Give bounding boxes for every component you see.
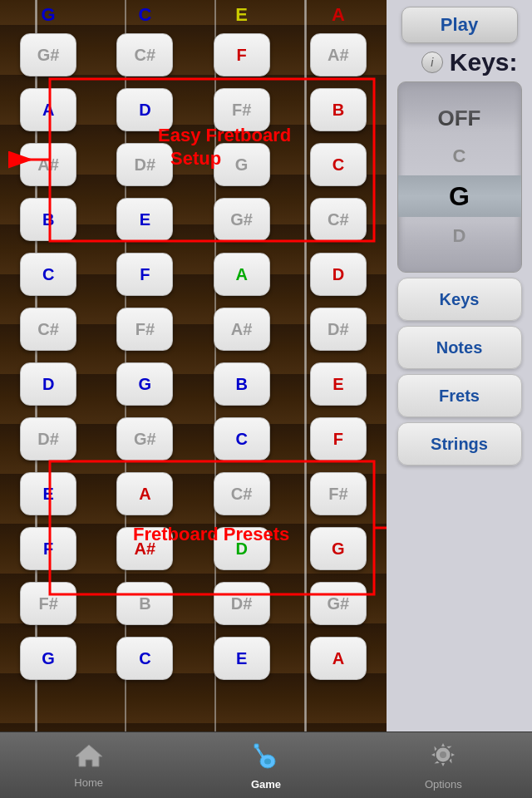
note-btn[interactable]: A# (310, 33, 367, 76)
note-btn[interactable]: F# (214, 88, 270, 131)
note-btn[interactable]: A (214, 253, 270, 296)
keys-label-row: i Keys: (401, 48, 518, 76)
svg-marker-9 (76, 745, 102, 766)
note-btn[interactable]: D# (310, 308, 367, 351)
fret-row-2: A# D# G C (0, 143, 387, 186)
note-btn[interactable]: A (20, 88, 76, 131)
note-btn[interactable]: G# (20, 33, 76, 76)
frets-panel-button[interactable]: Frets (397, 374, 522, 417)
fret-row-9: F A# D G (0, 527, 387, 570)
keys-picker[interactable]: OFF C G D (397, 81, 522, 273)
svg-rect-13 (254, 744, 259, 748)
note-btn[interactable]: G# (116, 417, 173, 461)
tab-bar: Home Game (0, 732, 532, 798)
tab-game[interactable]: Game (216, 740, 316, 791)
tab-game-label: Game (251, 778, 281, 791)
info-badge[interactable]: i (421, 52, 443, 73)
note-btn[interactable]: B (20, 198, 76, 241)
fret-row-5: C# F# A# D# (0, 308, 387, 351)
note-btn[interactable]: G (214, 143, 270, 186)
tab-home[interactable]: Home (39, 741, 139, 789)
picker-item-g[interactable]: G (398, 175, 521, 217)
note-btn[interactable]: B (310, 88, 367, 131)
fret-row-3: B E G# C# (0, 198, 387, 241)
note-btn[interactable]: E (20, 472, 76, 515)
picker-overlay-bottom (398, 222, 521, 272)
note-btn[interactable]: C (20, 253, 76, 296)
fret-row-0: G# C# F A# (0, 33, 387, 76)
open-strings: G C E A (0, 4, 387, 26)
note-btn[interactable]: B (116, 582, 173, 625)
note-btn[interactable]: F# (116, 308, 173, 351)
picker-overlay-top (398, 82, 521, 132)
note-btn[interactable]: C (310, 143, 367, 186)
note-btn[interactable]: D (116, 88, 173, 131)
open-string-e: E (214, 4, 270, 26)
fret-row-6: D G B E (0, 362, 387, 406)
note-btn[interactable]: D (214, 527, 270, 570)
note-btn[interactable]: D# (20, 417, 76, 461)
strings-panel-button[interactable]: Strings (397, 422, 522, 466)
keys-title: Keys: (450, 48, 518, 76)
note-btn[interactable]: D (20, 362, 76, 406)
note-btn[interactable]: G (20, 637, 76, 680)
gear-icon (428, 740, 458, 776)
note-btn[interactable]: F (310, 417, 367, 461)
fret-row-7: D# G# C F (0, 417, 387, 461)
note-btn[interactable]: G (310, 527, 367, 570)
note-btn[interactable]: A# (214, 308, 270, 351)
fret-row-1: A D F# B (0, 88, 387, 131)
open-string-g: G (20, 4, 76, 26)
info-icon: i (431, 56, 433, 69)
fretboard: G C E A G# C# F A# A D F# B A# D# G C B … (0, 0, 387, 732)
right-panel: Play i Keys: OFF C G D Keys Notes Frets … (387, 0, 532, 732)
tab-options-label: Options (425, 778, 462, 791)
note-btn[interactable]: F (116, 253, 173, 296)
note-btn[interactable]: D# (116, 143, 173, 186)
guitar-icon (251, 740, 281, 776)
note-btn[interactable]: E (116, 198, 173, 241)
note-btn[interactable]: C (214, 417, 270, 461)
play-button[interactable]: Play (401, 7, 518, 43)
note-btn[interactable]: B (214, 362, 270, 406)
note-btn[interactable]: E (214, 637, 270, 680)
note-btn[interactable]: D (310, 253, 367, 296)
note-btn[interactable]: C# (214, 472, 270, 515)
home-icon (74, 741, 104, 775)
note-btn[interactable]: F# (20, 582, 76, 625)
fret-row-10: F# B D# G# (0, 582, 387, 625)
note-btn[interactable]: C# (116, 33, 173, 76)
picker-item-c[interactable]: C (398, 137, 521, 175)
tab-home-label: Home (74, 776, 103, 789)
note-btn[interactable]: E (310, 362, 367, 406)
note-btn[interactable]: C# (310, 198, 367, 241)
note-btn[interactable]: F# (310, 472, 367, 515)
note-btn[interactable]: A# (116, 527, 173, 570)
note-btn[interactable]: D# (214, 582, 270, 625)
fret-row-4: C F A D (0, 253, 387, 296)
note-btn[interactable]: A# (20, 143, 76, 186)
svg-point-11 (264, 759, 271, 765)
note-btn[interactable]: A (310, 637, 367, 680)
keys-panel-button[interactable]: Keys (397, 278, 522, 321)
fret-row-11: G C E A (0, 637, 387, 680)
note-btn[interactable]: C# (20, 308, 76, 351)
notes-panel-button[interactable]: Notes (397, 326, 522, 369)
svg-point-17 (440, 751, 446, 758)
note-btn[interactable]: F (20, 527, 76, 570)
open-string-a: A (310, 4, 367, 26)
note-btn[interactable]: G (116, 362, 173, 406)
open-string-c: C (116, 4, 173, 26)
tab-options[interactable]: Options (393, 740, 493, 791)
note-btn[interactable]: G# (310, 582, 367, 625)
fret-row-8: E A C# F# (0, 472, 387, 515)
note-btn[interactable]: F (214, 33, 270, 76)
note-btn[interactable]: G# (214, 198, 270, 241)
note-btn[interactable]: C (116, 637, 173, 680)
note-btn[interactable]: A (116, 472, 173, 515)
